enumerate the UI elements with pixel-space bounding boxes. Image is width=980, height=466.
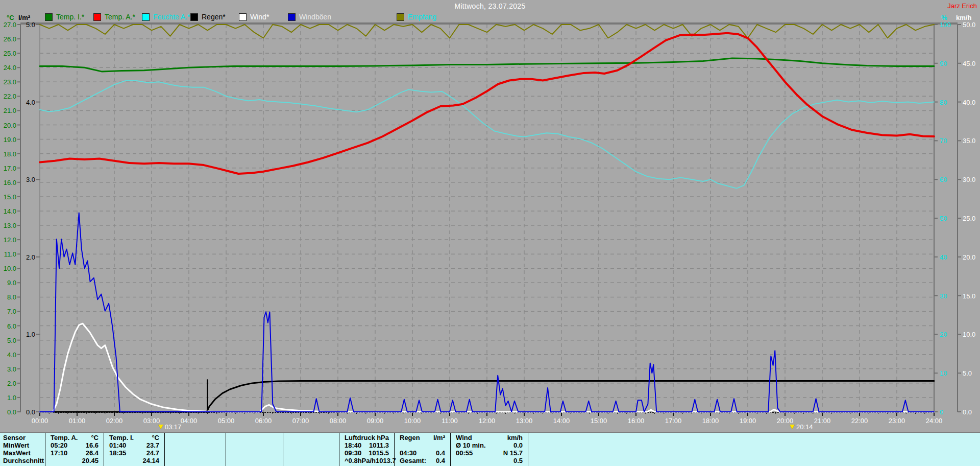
summary-table: SensorMinWertMaxWertDurchschnittTemp. A.…: [0, 432, 980, 466]
summary-cell-value: 23.7: [146, 441, 159, 449]
summary-cell-time: 17:10: [51, 449, 67, 457]
summary-col-empty: [165, 433, 226, 466]
time-axis-label: 21:00: [814, 417, 831, 425]
time-axis-label: 07:00: [292, 417, 309, 425]
windspeed-axis-label: 25.0: [963, 215, 975, 222]
windspeed-axis-label: 10.0: [963, 331, 975, 338]
summary-col-name: Temp. I.: [109, 434, 134, 441]
summary-cell-value: N 15.7: [503, 449, 523, 457]
time-axis-label: 18:00: [702, 417, 719, 425]
time-axis-label: 00:00: [32, 417, 48, 425]
temp-axis-label: 11.0: [4, 250, 16, 258]
summary-cell-time: 05:20: [51, 441, 67, 449]
sunrise-marker: 03:17: [158, 423, 182, 430]
summary-col-temp-a-: Temp. A.°C05:2016.617:1026.420.45: [45, 433, 104, 466]
time-axis-label: 24:00: [926, 417, 943, 425]
temp-axis-label: 8.0: [7, 293, 16, 301]
windspeed-axis-label: 35.0: [963, 137, 975, 145]
temp-axis-label: 2.0: [7, 380, 16, 387]
windspeed-axis-label: 15.0: [963, 292, 975, 300]
temp-axis-label: 20.0: [4, 122, 16, 129]
humidity-axis-label: 80: [940, 99, 947, 106]
summary-cell-value: 1011.3: [369, 441, 389, 449]
temp-axis-label: 21.0: [4, 107, 16, 114]
summary-col-name: Regen: [400, 434, 420, 441]
humidity-axis-label: 30: [940, 292, 947, 300]
temp-axis-label: 17.0: [4, 165, 16, 172]
summary-cell-value: 20.45: [82, 457, 99, 464]
sunset-time: 20:14: [796, 423, 813, 431]
temp-axis-label: 5.0: [7, 337, 16, 344]
humidity-axis-label: 60: [940, 176, 947, 183]
temp-axis-label: 13.0: [4, 222, 16, 229]
summary-cell-value: 1013.7: [376, 457, 396, 464]
summary-col-unit: km/h: [507, 434, 523, 441]
temp-axis-label: 26.0: [4, 35, 16, 43]
summary-col-empty: [528, 433, 980, 466]
windspeed-axis-label: 40.0: [963, 99, 975, 106]
summary-cell-time: Gesamt:: [400, 457, 426, 464]
time-axis-label: 23:00: [889, 417, 905, 425]
temp-axis-label: 18.0: [4, 150, 16, 158]
windspeed-axis-label: 5.0: [963, 369, 972, 377]
time-axis-label: 15:00: [591, 417, 607, 425]
windspeed-axis-label: 30.0: [963, 176, 975, 183]
summary-row-label: Durchschnitt: [3, 457, 44, 464]
humidity-axis-label: 20: [940, 331, 947, 338]
summary-cell-value: 1015.5: [369, 449, 389, 457]
temp-axis-label: 10.0: [4, 265, 16, 272]
temp-axis-label: 27.0: [4, 21, 16, 29]
weather-chart-plot: 27.026.025.024.023.022.021.020.019.018.0…: [0, 0, 980, 432]
summary-cell-value: 0.5: [513, 457, 523, 464]
rain-axis-label: 3.0: [26, 176, 35, 183]
time-axis-label: 10:00: [404, 417, 421, 425]
windspeed-axis-label: 20.0: [963, 253, 975, 261]
temp-axis-label: 14.0: [4, 207, 16, 215]
time-axis-label: 16:00: [628, 417, 645, 425]
summary-col-luftdruck: LuftdruckhPa18:401011.309:301015.5^0.8hP…: [339, 433, 395, 466]
summary-row-labels: SensorMinWertMaxWertDurchschnitt: [0, 433, 45, 466]
rain-axis-label: 2.0: [26, 253, 35, 261]
summary-col-unit: °C: [91, 434, 99, 441]
time-axis-label: 02:00: [106, 417, 123, 425]
summary-cell-time: 04:30: [400, 449, 416, 457]
temp-axis-label: 6.0: [7, 322, 16, 330]
summary-col-unit: °C: [152, 434, 159, 441]
temp-axis-label: 23.0: [4, 78, 16, 86]
time-axis-label: 19:00: [740, 417, 756, 425]
humidity-axis-label: 40: [940, 253, 947, 261]
summary-col-temp-i-: Temp. I.°C01:4023.718:3524.724.14: [104, 433, 165, 466]
sunset-marker: 20:14: [790, 423, 813, 430]
rain-axis-label: 1.0: [26, 331, 35, 338]
temp-axis-label: 24.0: [4, 64, 16, 72]
windspeed-axis-label: 45.0: [963, 60, 975, 67]
summary-cell-value: 24.14: [142, 457, 159, 464]
time-axis-label: 12:00: [479, 417, 496, 425]
summary-col-wind: Windkm/hØ 10 min.0.000:55N 15.70.5: [451, 433, 528, 466]
summary-cell-value: 0.4: [436, 449, 445, 457]
temp-axis-label: 1.0: [7, 394, 16, 402]
summary-cell-time: Ø 10 min.: [456, 441, 486, 449]
temp-axis-label: 19.0: [4, 136, 16, 144]
temp-axis-label: 25.0: [4, 50, 16, 57]
sunrise-icon: [158, 425, 163, 429]
rain-axis-label: 0.0: [26, 408, 35, 416]
summary-cell-value: 24.7: [146, 449, 159, 457]
time-axis-label: 05:00: [218, 417, 235, 425]
summary-col-unit: hPa: [377, 434, 389, 441]
summary-cell-time: 18:40: [345, 441, 361, 449]
time-axis-label: 22:00: [851, 417, 868, 425]
temp-axis-label: 3.0: [7, 365, 16, 373]
humidity-axis-label: 50: [940, 215, 947, 222]
time-axis-label: 09:00: [367, 417, 384, 425]
time-axis-label: 01:00: [69, 417, 86, 425]
rain-axis-label: 4.0: [26, 99, 35, 106]
summary-cell-time: ^0.8hPa/h: [345, 457, 376, 464]
sunrise-time: 03:17: [165, 423, 182, 431]
humidity-axis-label: 0: [940, 408, 943, 416]
summary-row-label: Sensor: [3, 434, 26, 441]
temp-axis-label: 22.0: [4, 92, 16, 100]
time-axis-label: 11:00: [442, 417, 458, 425]
summary-cell-time: 00:55: [456, 449, 473, 457]
summary-col-name: Temp. A.: [51, 434, 78, 441]
